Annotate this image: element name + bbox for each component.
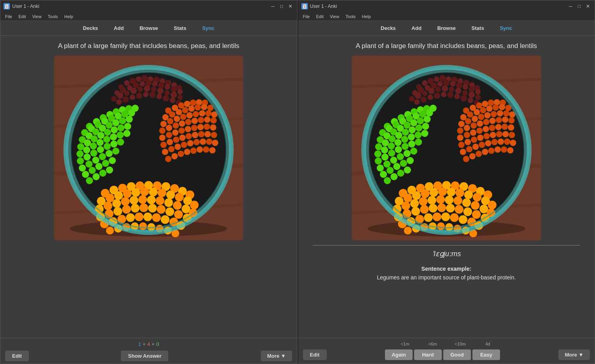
svg-point-101 <box>99 153 106 160</box>
svg-point-281 <box>428 88 435 94</box>
right-edit-button[interactable]: Edit <box>303 349 327 360</box>
left-menu-edit[interactable]: Edit <box>15 13 29 20</box>
right-nav-stats[interactable]: Stats <box>469 24 487 33</box>
svg-point-156 <box>167 139 173 145</box>
svg-point-410 <box>502 131 509 137</box>
svg-point-314 <box>426 109 433 116</box>
right-window: 🃏 User 1 - Anki ─ □ ✕ File Edit View Too… <box>298 0 595 364</box>
left-card-question: A plant of a large family that includes … <box>50 42 247 50</box>
svg-point-180 <box>209 147 216 153</box>
svg-point-296 <box>461 95 467 102</box>
right-menu-help[interactable]: Help <box>359 13 374 20</box>
svg-point-446 <box>447 188 456 196</box>
right-menu-file[interactable]: File <box>300 13 313 20</box>
right-timing-labels: <1m <6m <10m 4d <box>391 342 502 346</box>
svg-point-153 <box>204 124 210 130</box>
left-nav-browse[interactable]: Browse <box>136 24 161 33</box>
svg-point-211 <box>156 196 164 205</box>
right-timing-hard: <6m <box>419 342 446 346</box>
svg-point-451 <box>488 201 496 209</box>
left-nav-decks[interactable]: Decks <box>80 24 101 33</box>
right-maximize-button[interactable]: □ <box>576 3 583 10</box>
left-show-answer-button[interactable]: Show Answer <box>121 351 168 361</box>
svg-point-349 <box>397 153 404 160</box>
left-nav-stats[interactable]: Stats <box>171 24 190 33</box>
svg-point-131 <box>180 114 186 120</box>
svg-point-130 <box>174 116 180 122</box>
svg-point-321 <box>417 117 424 124</box>
svg-point-469 <box>437 203 446 212</box>
svg-point-111 <box>99 170 106 177</box>
svg-point-148 <box>172 129 178 136</box>
svg-point-467 <box>420 205 429 214</box>
svg-point-372 <box>486 105 493 112</box>
left-more-button[interactable]: More ▼ <box>261 351 292 361</box>
right-menu-tools[interactable]: Tools <box>342 13 359 20</box>
svg-point-26 <box>158 82 164 89</box>
right-easy-button[interactable]: Easy <box>472 349 500 360</box>
left-edit-button[interactable]: Edit <box>5 351 29 361</box>
right-more-button[interactable]: More ▼ <box>558 349 590 360</box>
svg-point-230 <box>126 213 135 222</box>
svg-point-194 <box>114 191 123 200</box>
svg-point-112 <box>106 166 113 174</box>
left-maximize-button[interactable]: □ <box>278 3 285 10</box>
svg-point-95 <box>104 143 111 150</box>
left-nav-add[interactable]: Add <box>111 24 127 33</box>
svg-point-357 <box>384 177 391 184</box>
svg-point-28 <box>171 86 177 92</box>
svg-point-106 <box>95 163 102 170</box>
svg-point-274 <box>456 82 462 89</box>
svg-point-121 <box>169 111 175 118</box>
left-menu-view[interactable]: View <box>29 13 45 20</box>
right-pronunciation: ˈlɛɡjuːms <box>432 249 461 258</box>
right-menu-edit[interactable]: Edit <box>313 13 327 20</box>
svg-point-142 <box>192 118 198 124</box>
svg-point-482 <box>459 215 467 224</box>
svg-point-447 <box>456 188 464 197</box>
left-menu-file[interactable]: File <box>2 13 15 20</box>
svg-point-275 <box>463 84 468 90</box>
left-close-button[interactable]: ✕ <box>287 3 294 10</box>
right-hard-button[interactable]: Hard <box>414 349 442 360</box>
right-again-button[interactable]: Again <box>385 349 413 360</box>
svg-point-405 <box>471 137 477 143</box>
svg-point-364 <box>482 101 488 107</box>
svg-point-224 <box>165 207 174 216</box>
svg-point-394 <box>457 135 463 141</box>
svg-point-289 <box>414 99 420 105</box>
svg-point-345 <box>415 139 422 146</box>
svg-point-222 <box>148 204 157 212</box>
left-nav-sync[interactable]: Sync <box>199 24 218 33</box>
svg-point-175 <box>178 151 184 157</box>
left-menu-tools[interactable]: Tools <box>45 13 61 20</box>
left-window-title: User 1 - Anki <box>12 4 39 9</box>
svg-point-205 <box>104 201 112 210</box>
left-menu-help[interactable]: Help <box>61 13 76 20</box>
right-good-button[interactable]: Good <box>443 349 471 360</box>
svg-point-393 <box>508 117 515 124</box>
svg-point-379 <box>478 114 484 120</box>
right-close-button[interactable]: ✕ <box>584 3 591 10</box>
right-minimize-button[interactable]: ─ <box>567 3 574 10</box>
svg-point-237 <box>106 227 114 235</box>
right-nav-decks[interactable]: Decks <box>377 24 399 33</box>
svg-point-479 <box>433 212 441 221</box>
right-nav-browse[interactable]: Browse <box>434 24 459 33</box>
right-nav-add[interactable]: Add <box>408 24 424 33</box>
right-nav-sync[interactable]: Sync <box>496 24 515 33</box>
svg-point-140 <box>179 120 185 127</box>
svg-point-126 <box>201 104 207 110</box>
svg-point-283 <box>442 85 448 92</box>
svg-point-47 <box>156 94 162 99</box>
right-menu-view[interactable]: View <box>327 13 342 20</box>
left-minimize-button[interactable]: ─ <box>270 3 277 10</box>
left-counter-blue: 1 <box>138 341 141 347</box>
svg-point-374 <box>499 104 505 110</box>
right-timing-good: <10m <box>446 342 474 346</box>
svg-point-358 <box>390 173 398 180</box>
svg-point-327 <box>402 129 409 136</box>
svg-point-117 <box>190 100 196 106</box>
svg-point-38 <box>164 90 170 96</box>
right-app-icon: 🃏 <box>301 3 308 9</box>
